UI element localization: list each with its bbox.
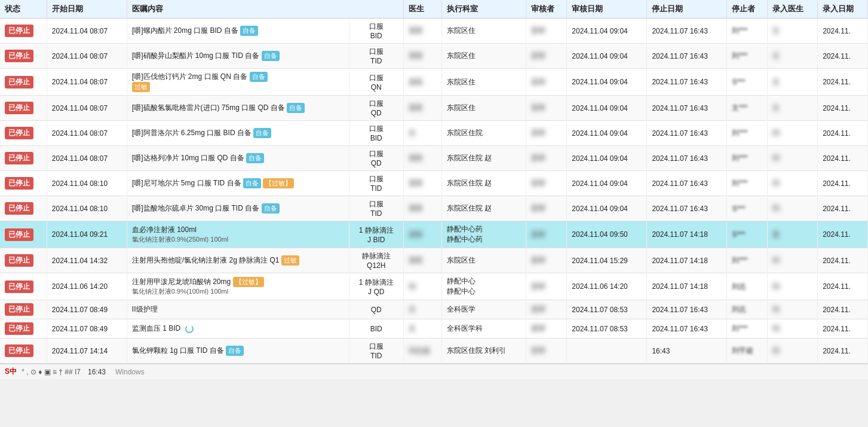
stop-date-cell: 2024.11.07 16:43 xyxy=(647,19,727,44)
stop-date-cell: 2024.11.07 16:43 xyxy=(647,121,727,146)
start-date-cell: 2024.11.07 08:49 xyxy=(47,300,127,319)
content-main: 注射用甲泼尼龙琥珀酸钠 20mg 【过敏】 xyxy=(132,277,344,287)
freq-line: Q12H xyxy=(354,261,398,270)
freq-line: QN xyxy=(354,83,398,92)
stopper-cell: 刘*** xyxy=(727,146,768,171)
doctor-name: 某医 xyxy=(409,255,423,266)
entry-doctor-name: 刘 xyxy=(772,324,780,334)
review-date-cell: 2024.11.04 09:04 xyxy=(567,69,647,96)
doctor-cell: 某医 xyxy=(403,146,441,171)
entry-date-cell: 2024.11. xyxy=(818,319,868,338)
table-row[interactable]: 已停止2024.11.04 08:07 [嚼]匹伐他订钙片 2mg 口服 QN … xyxy=(0,69,868,96)
reviewer-cell: 某审 xyxy=(526,96,567,121)
reviewer-cell: 某审 xyxy=(526,44,567,69)
review-date-cell xyxy=(567,338,647,364)
start-date-cell: 2024.11.04 14:32 xyxy=(47,248,127,273)
status-cell: 已停止 xyxy=(0,196,47,221)
stop-date-cell: 2024.11.07 16:43 xyxy=(647,319,727,338)
table-row[interactable]: 已停止2024.11.04 08:07 [嚼]硫酸氢氯吡格雷片(进口) 75mg… xyxy=(0,96,868,121)
self-tag: 自备 xyxy=(246,153,264,163)
taskbar-content: S中 xyxy=(5,367,17,377)
stopper-cell: 刘志 xyxy=(727,300,768,319)
content-cell: 血必净注射液 100ml 氯化钠注射液0.9%(250ml) 100ml xyxy=(127,221,349,248)
status-cell: 已停止 xyxy=(0,273,47,300)
status-cell: 已停止 xyxy=(0,44,47,69)
reviewer-cell: 某审 xyxy=(526,319,567,338)
table-row[interactable]: 已停止2024.11.04 14:32 注射用头孢他啶/氯化钠注射液 2g 静脉… xyxy=(0,248,868,273)
stop-date-cell: 2024.11.07 16:43 xyxy=(647,44,727,69)
table-row[interactable]: 已停止2024.11.07 08:49II级护理QD文全科医学某审2024.11… xyxy=(0,300,868,319)
reviewer-cell: 某审 xyxy=(526,248,567,273)
entry-doctor-cell: 文 xyxy=(768,19,818,44)
table-row[interactable]: 已停止2024.11.04 08:07 [嚼]达格列净片 10mg 口服 QD … xyxy=(0,146,868,171)
dept-name: 东院区住院 xyxy=(447,129,483,137)
doctor-cell: 某医 xyxy=(403,44,441,69)
stopper-cell: 刘志 xyxy=(727,273,768,300)
table-row[interactable]: 已停止2024.11.04 08:07 [嚼]阿普洛尔片 6.25mg 口服 B… xyxy=(0,121,868,146)
entry-date-cell: 2024.11. xyxy=(818,19,868,44)
start-date-cell: 2024.11.04 08:10 xyxy=(47,196,127,221)
content-main: 氯化钾颗粒 1g 口服 TID 自备 自备 xyxy=(132,346,344,356)
freq-line: BID xyxy=(354,325,398,333)
freq-line: 口服 xyxy=(354,47,398,57)
dept-name: 东院区住院 刘利引 xyxy=(447,346,506,355)
dept-name: 东院区住 xyxy=(447,103,476,112)
freq-cell: 口服TID xyxy=(349,44,403,69)
dept-main: 静配中心药 xyxy=(447,224,521,234)
start-date-cell: 2024.11.04 08:07 xyxy=(47,44,127,69)
self-tag: 自备 xyxy=(243,178,261,188)
entry-doctor-cell: 刘 xyxy=(768,338,818,364)
stopper-cell: 刘宇超 xyxy=(727,338,768,364)
reviewer-cell: 某审 xyxy=(526,300,567,319)
content-cell: [嚼]盐酸地尔硫卓片 30mg 口服 TID 自备 自备 xyxy=(127,196,349,221)
entry-doctor-name: 刘 xyxy=(772,178,780,188)
stopper-name: S*** xyxy=(732,230,745,239)
content-cell: [嚼]螺内酯片 20mg 口服 BID 自备 自备 xyxy=(127,19,349,44)
entry-date-cell: 2024.11. xyxy=(818,273,868,300)
table-row[interactable]: 已停止2024.11.04 08:10 [嚼]盐酸地尔硫卓片 30mg 口服 T… xyxy=(0,196,868,221)
doctor-name: 某医 xyxy=(409,178,423,188)
doctor-cell: 某医 xyxy=(403,69,441,96)
freq-sub: J BID xyxy=(354,236,398,244)
freq-line: 口服 xyxy=(354,22,398,32)
table-row[interactable]: 已停止2024.11.04 09:21 血必净注射液 100ml 氯化钠注射液0… xyxy=(0,221,868,248)
self-tag: 自备 xyxy=(262,51,280,61)
stop-date-cell: 2024.11.07 14:18 xyxy=(647,221,727,248)
col-start-date: 开始日期 xyxy=(47,0,127,19)
status-badge: 已停止 xyxy=(5,152,33,164)
doctor-name: 刘 xyxy=(409,282,416,292)
content-warn: 过敏 xyxy=(132,82,344,92)
dept-name: 全科医学 xyxy=(447,305,476,313)
table-row[interactable]: 已停止2024.11.07 14:14 氯化钾颗粒 1g 口服 TID 自备 自… xyxy=(0,338,868,364)
table-row[interactable]: 已停止2024.11.07 08:49 监测血压 1 BID BID文全科医学科… xyxy=(0,319,868,338)
dept-name: 东院区住 xyxy=(447,51,476,60)
table-row[interactable]: 已停止2024.11.04 08:10 [嚼]尼可地尔片 5mg 口服 TID … xyxy=(0,171,868,196)
stopper-name: S*** xyxy=(732,205,745,213)
reviewer-cell: 某审 xyxy=(526,146,567,171)
freq-line: BID xyxy=(354,134,398,142)
table-row[interactable]: 已停止2024.11.04 08:07 [嚼]螺内酯片 20mg 口服 BID … xyxy=(0,19,868,44)
status-badge: 已停止 xyxy=(5,303,33,316)
stopper-name: 刘*** xyxy=(732,153,747,163)
entry-date-cell: 2024.11. xyxy=(818,338,868,364)
review-date-cell: 2024.11.04 09:04 xyxy=(567,171,647,196)
doctor-cell: 某医 xyxy=(403,221,441,248)
entry-doctor-cell: 刘 xyxy=(768,273,818,300)
stop-date-cell: 2024.11.07 16:43 xyxy=(647,146,727,171)
review-date-cell: 2024.11.04 15:29 xyxy=(567,248,647,273)
dept-cell: 东院区住院 赵 xyxy=(442,171,526,196)
table-row[interactable]: 已停止2024.11.06 14:20 注射用甲泼尼龙琥珀酸钠 20mg 【过敏… xyxy=(0,273,868,300)
content-cell: [嚼]阿普洛尔片 6.25mg 口服 BID 自备 自备 xyxy=(127,121,349,146)
dept-cell: 东院区住 xyxy=(442,96,526,121)
reviewer-name: 某审 xyxy=(531,230,545,240)
taskbar-time: 16:43 xyxy=(88,368,106,376)
freq-cell: 口服BID xyxy=(349,121,403,146)
table-row[interactable]: 已停止2024.11.04 08:07 [嚼]硝酸异山梨酯片 10mg 口服 T… xyxy=(0,44,868,69)
freq-line: TID xyxy=(354,184,398,193)
review-date-cell: 2024.11.04 09:04 xyxy=(567,96,647,121)
stop-date-cell: 2024.11.07 16:43 xyxy=(647,300,727,319)
reviewer-cell: 某审 xyxy=(526,273,567,300)
stopper-name: 刘*** xyxy=(732,51,747,61)
entry-date-cell: 2024.11. xyxy=(818,69,868,96)
stopper-name: 刘*** xyxy=(732,128,747,138)
